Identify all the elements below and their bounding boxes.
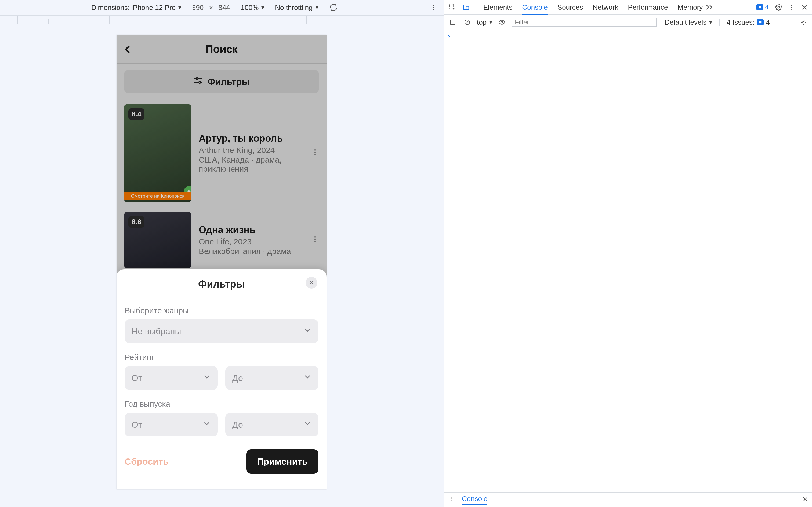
year-from-select[interactable]: От: [124, 413, 218, 437]
log-levels-selector[interactable]: Default levels ▾: [665, 18, 712, 26]
message-icon: ■: [756, 4, 763, 10]
throttling-value: No throttling: [275, 3, 313, 12]
issues-count: 4: [766, 18, 770, 26]
tab-network[interactable]: Network: [593, 0, 618, 15]
kebab-menu-icon[interactable]: [448, 496, 454, 504]
genres-placeholder: Не выбраны: [132, 327, 181, 336]
svg-point-27: [803, 21, 804, 23]
kebab-menu-icon[interactable]: [787, 2, 797, 12]
messages-count: 4: [765, 3, 768, 11]
svg-rect-15: [466, 6, 469, 10]
device-emulation-area: Dimensions: iPhone 12 Pro ▾ 390 × 844 10…: [0, 0, 444, 507]
from-placeholder: От: [132, 373, 142, 383]
svg-point-1: [433, 7, 434, 8]
caret-down-icon: ▾: [315, 4, 318, 11]
message-icon: ■: [757, 19, 764, 25]
apply-button[interactable]: Применить: [246, 449, 318, 474]
svg-point-16: [778, 6, 780, 8]
rating-to-select[interactable]: До: [225, 366, 318, 390]
svg-rect-22: [450, 20, 455, 24]
sheet-title: Фильтры: [198, 278, 245, 290]
svg-point-17: [791, 5, 792, 6]
console-settings-icon[interactable]: [799, 17, 808, 27]
dimensions-inputs: 390 × 844: [192, 3, 230, 12]
tab-sources[interactable]: Sources: [557, 0, 583, 15]
devtools-topbar: Elements Console Sources Network Perform…: [444, 0, 812, 15]
caret-down-icon: ▾: [489, 19, 492, 26]
caret-down-icon: ▾: [709, 19, 712, 26]
to-placeholder: До: [232, 420, 243, 430]
svg-point-19: [791, 9, 792, 10]
svg-point-2: [433, 9, 434, 10]
svg-point-18: [791, 7, 792, 8]
svg-point-0: [433, 5, 434, 6]
width-input[interactable]: 390: [192, 3, 204, 12]
toolbar-separator: [0, 15, 444, 15]
levels-value: Default levels: [665, 18, 706, 26]
close-icon[interactable]: ✕: [306, 277, 317, 289]
drawer-tab-console[interactable]: Console: [462, 495, 487, 505]
device-dimensions-selector[interactable]: Dimensions: iPhone 12 Pro ▾: [91, 3, 181, 12]
filter-input[interactable]: [512, 18, 657, 27]
dimensions-label: Dimensions:: [91, 3, 130, 12]
console-toolbar: top ▾ Default levels ▾ 4 Issues: ■ 4: [444, 15, 812, 30]
genres-label: Выберите жанры: [124, 306, 318, 315]
console-body[interactable]: ›: [444, 30, 812, 43]
to-placeholder: До: [232, 373, 243, 383]
devtools-panel: Elements Console Sources Network Perform…: [444, 0, 812, 507]
genres-select[interactable]: Не выбраны: [124, 320, 318, 343]
tab-elements[interactable]: Elements: [483, 0, 512, 15]
inspect-element-icon[interactable]: [447, 3, 458, 11]
zoom-selector[interactable]: 100% ▾: [241, 3, 264, 12]
reset-button[interactable]: Сбросить: [124, 456, 169, 467]
tab-console[interactable]: Console: [522, 0, 548, 15]
close-icon[interactable]: [802, 496, 808, 504]
clear-console-icon[interactable]: [462, 17, 472, 27]
toggle-device-toolbar-icon[interactable]: [461, 3, 471, 11]
year-label: Год выпуска: [124, 399, 318, 408]
execution-context-selector[interactable]: top ▾: [477, 18, 492, 26]
svg-point-26: [501, 21, 503, 23]
caret-down-icon: ▾: [261, 4, 264, 11]
emulated-phone-viewport: Поиск Фильтры 8.4 ★ Смотрите на Кинопоис…: [116, 35, 326, 489]
times-icon: ×: [209, 3, 213, 12]
zoom-value: 100%: [241, 3, 259, 12]
rating-from-select[interactable]: От: [124, 366, 218, 390]
chevron-down-icon: [303, 419, 311, 430]
chevron-down-icon: [303, 373, 311, 383]
svg-line-25: [466, 21, 469, 24]
device-toolbar: Dimensions: iPhone 12 Pro ▾ 390 × 844 10…: [0, 0, 444, 15]
rotate-icon[interactable]: [329, 3, 338, 12]
chevron-down-icon: [203, 419, 211, 430]
ruler: [0, 23, 444, 24]
tab-memory[interactable]: Memory: [677, 0, 703, 15]
throttling-selector[interactable]: No throttling ▾: [275, 3, 318, 12]
rating-label: Рейтинг: [124, 353, 318, 362]
caret-down-icon: ▾: [178, 4, 181, 11]
settings-icon[interactable]: [774, 2, 783, 12]
year-to-select[interactable]: До: [225, 413, 318, 437]
height-input[interactable]: 844: [218, 3, 230, 12]
messages-badge[interactable]: ■ 4: [756, 3, 768, 11]
from-placeholder: От: [132, 420, 142, 430]
chevron-down-icon: [303, 326, 311, 336]
svg-rect-14: [463, 5, 467, 9]
close-icon[interactable]: [800, 2, 809, 12]
sheet-header: Фильтры ✕: [124, 277, 318, 296]
devtools-tabs: Elements Console Sources Network Perform…: [483, 0, 703, 15]
svg-point-30: [451, 500, 452, 501]
live-expression-icon[interactable]: [497, 17, 507, 27]
filters-sheet: Фильтры ✕ Выберите жанры Не выбраны Рейт…: [116, 269, 326, 489]
issues-counter[interactable]: 4 Issues: ■ 4: [727, 18, 770, 26]
svg-point-29: [451, 498, 452, 500]
kebab-menu-icon[interactable]: [429, 4, 437, 11]
tab-performance[interactable]: Performance: [628, 0, 668, 15]
issues-label: 4 Issues:: [727, 18, 755, 26]
context-value: top: [477, 18, 487, 26]
more-tabs-icon[interactable]: [706, 3, 713, 11]
toggle-sidebar-icon[interactable]: [448, 17, 458, 27]
devtools-drawer: Console: [444, 492, 812, 507]
console-prompt-caret-icon: ›: [448, 32, 450, 40]
chevron-down-icon: [203, 373, 211, 383]
device-name: iPhone 12 Pro: [131, 3, 175, 12]
